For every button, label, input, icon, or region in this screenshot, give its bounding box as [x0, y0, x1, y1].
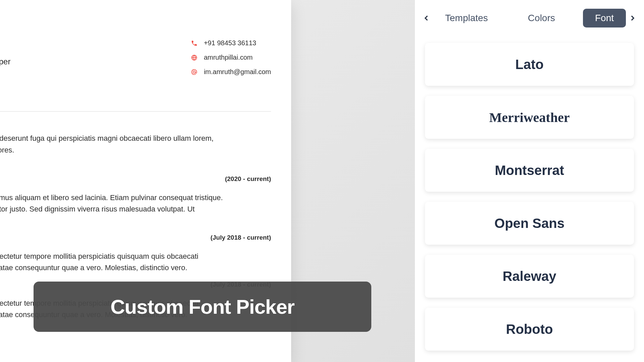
address-line-2: dmanabhanagar,	[0, 86, 10, 97]
objective-text: dipisicing elit. Quis deserunt fuga qui …	[0, 132, 271, 156]
font-card-lato[interactable]: Lato	[425, 43, 634, 86]
font-card-roboto[interactable]: Roboto	[425, 308, 634, 351]
svg-point-1	[193, 71, 195, 73]
resume-name: ajan	[0, 32, 10, 51]
divider	[0, 111, 271, 112]
entry-date: (July 2018 - current)	[0, 234, 271, 241]
tab-colors[interactable]: Colors	[516, 9, 567, 27]
globe-icon	[191, 54, 198, 61]
entry-date: (2020 - current)	[0, 175, 271, 183]
address-line-1: Nivas,	[0, 76, 10, 86]
tab-fonts[interactable]: Font	[583, 9, 626, 27]
contact-column: +91 98453 36113 amruthpillai.com im.amru…	[191, 32, 271, 97]
email-text: im.amruth@gmail.com	[204, 68, 271, 76]
sidebar: Templates Colors Font Lato Merriweather …	[415, 0, 644, 362]
font-card-raleway[interactable]: Raleway	[425, 255, 634, 298]
resume-address: Nivas, dmanabhanagar,	[0, 76, 10, 97]
phone-icon	[191, 40, 198, 47]
tabs-next-button[interactable]	[626, 11, 639, 25]
website-text: amruthpillai.com	[204, 54, 253, 61]
email-row: im.amruth@gmail.com	[191, 68, 271, 76]
experience-entry: (July 2018 - current) dipisicing elit. C…	[0, 234, 271, 274]
font-list: Lato Merriweather Montserrat Open Sans R…	[415, 36, 644, 362]
entry-body: adipiscing elit. Vivamus aliquam et libe…	[0, 192, 271, 226]
entry-body: dipisicing elit. Consectetur tempore mol…	[0, 251, 271, 274]
tooltip-overlay: Custom Font Picker	[34, 282, 371, 332]
font-card-open-sans[interactable]: Open Sans	[425, 202, 634, 245]
tab-templates[interactable]: Templates	[433, 9, 500, 27]
phone-text: +91 98453 36113	[204, 39, 256, 47]
experience-entry: (2020 - current) adipiscing elit. Vivamu…	[0, 175, 271, 226]
at-icon	[191, 68, 198, 76]
font-card-montserrat[interactable]: Montserrat	[425, 149, 634, 192]
font-card-merriweather[interactable]: Merriweather	[425, 96, 634, 139]
website-row: amruthpillai.com	[191, 54, 271, 61]
resume-role: Full Stack Developer	[0, 57, 10, 66]
tabs-prev-button[interactable]	[420, 11, 433, 25]
phone-row: +91 98453 36113	[191, 39, 271, 47]
tab-bar: Templates Colors Font	[415, 0, 644, 36]
